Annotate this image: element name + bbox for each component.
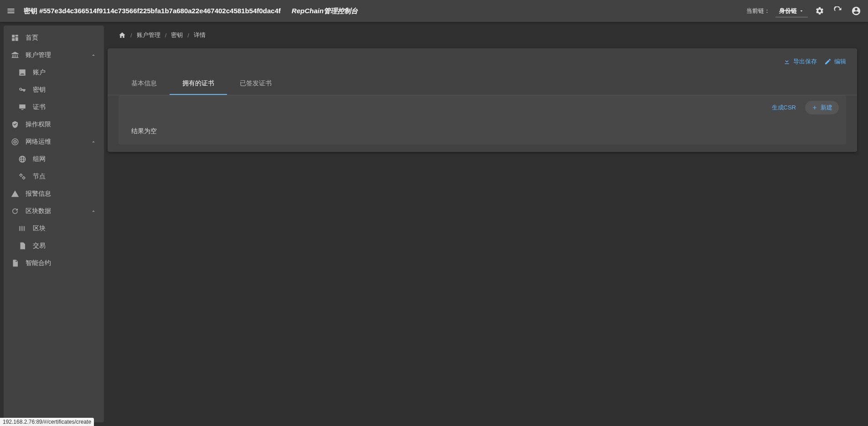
sidebar-item-node[interactable]: 节点 — [4, 168, 104, 185]
tab-owned-certs[interactable]: 拥有的证书 — [170, 73, 227, 95]
main-area: / 账户管理 / 密钥 / 详情 导出保存 编辑 基本信息 拥有的证书 — [104, 22, 868, 426]
sidebar-item-account-mgmt[interactable]: 账户管理 — [4, 47, 104, 64]
sidebar-item-label: 组网 — [33, 155, 97, 163]
edit-label: 编辑 — [834, 57, 846, 66]
pencil-icon — [824, 58, 832, 65]
sidebar-item-contract[interactable]: 智能合约 — [4, 255, 104, 272]
shield-icon — [11, 120, 19, 129]
chevron-down-icon — [799, 8, 804, 14]
sidebar-item-block-data[interactable]: 区块数据 — [4, 203, 104, 220]
menu-icon — [6, 6, 16, 16]
sidebar-item-label: 交易 — [33, 242, 97, 250]
sidebar-item-block[interactable]: 区块 — [4, 220, 104, 237]
chain-select[interactable]: 身份链 — [775, 5, 808, 17]
tab-issued-certs[interactable]: 已签发证书 — [227, 73, 284, 95]
inner-actions: 生成CSR 新建 — [119, 95, 846, 120]
breadcrumb-sep: / — [165, 32, 167, 39]
sidebar-item-op-perm[interactable]: 操作权限 — [4, 116, 104, 133]
sidebar-item-label: 区块数据 — [26, 207, 84, 215]
bank-icon — [11, 51, 19, 59]
document-icon — [11, 259, 19, 267]
settings-button[interactable] — [813, 5, 826, 17]
plus-icon — [811, 104, 818, 111]
chevron-up-icon — [90, 139, 97, 145]
breadcrumb-detail: 详情 — [194, 31, 206, 39]
menu-toggle-button[interactable] — [5, 5, 16, 16]
breadcrumb-sep: / — [187, 32, 189, 39]
chevron-up-icon — [90, 208, 97, 214]
svg-point-2 — [15, 141, 16, 142]
card-top-actions: 导出保存 编辑 — [108, 48, 857, 69]
monitor-icon — [18, 103, 26, 111]
chain-value: 身份链 — [779, 7, 797, 15]
sidebar-item-label: 证书 — [33, 103, 97, 111]
sidebar-item-net-ops[interactable]: 网络运维 — [4, 133, 104, 151]
generate-csr-button[interactable]: 生成CSR — [768, 101, 800, 114]
sidebar-item-cert[interactable]: 证书 — [4, 99, 104, 116]
download-icon — [783, 58, 790, 65]
status-bar-url: 192.168.2.76:89/#/certificates/create — [0, 418, 94, 426]
sidebar-item-tx[interactable]: 交易 — [4, 237, 104, 255]
sidebar-item-key[interactable]: 密钥 — [4, 81, 104, 99]
app-bar: 密钥 #557e3d4c366514f9114c73566f225bfa1b7a… — [0, 0, 868, 22]
detail-card: 导出保存 编辑 基本信息 拥有的证书 已签发证书 生成CSR 新建 — [108, 48, 857, 152]
sidebar-item-label: 密钥 — [33, 86, 97, 94]
key-icon — [18, 86, 26, 94]
sidebar-item-label: 账户管理 — [26, 51, 84, 59]
refresh-icon — [833, 6, 842, 16]
chevron-up-icon — [90, 52, 97, 58]
sidebar-item-home[interactable]: 首页 — [4, 29, 104, 47]
account-icon — [851, 6, 861, 16]
export-save-label: 导出保存 — [793, 57, 817, 66]
title-area: 密钥 #557e3d4c366514f9114c73566f225bfa1b7a… — [24, 7, 739, 16]
edit-button[interactable]: 编辑 — [824, 57, 846, 66]
sidebar-item-label: 操作权限 — [26, 120, 97, 129]
header-right: 当前链： 身份链 — [746, 5, 863, 17]
tab-basic-info[interactable]: 基本信息 — [119, 73, 170, 95]
home-icon — [119, 31, 126, 39]
sidebar-item-label: 网络运维 — [26, 138, 84, 146]
page-title: 密钥 #557e3d4c366514f9114c73566f225bfa1b7a… — [24, 7, 281, 16]
sidebar-item-alert[interactable]: 报警信息 — [4, 185, 104, 203]
dashboard-icon — [11, 34, 19, 42]
refresh-circle-icon — [11, 207, 19, 215]
sidebar-item-label: 报警信息 — [26, 190, 97, 198]
radar-icon — [11, 138, 19, 146]
new-button[interactable]: 新建 — [805, 101, 839, 114]
warning-icon — [11, 190, 19, 198]
brand-title: RepChain管理控制台 — [292, 7, 358, 16]
ethernet-icon — [18, 172, 26, 181]
cert-list-panel: 生成CSR 新建 结果为空 — [119, 95, 846, 145]
breadcrumb-key[interactable]: 密钥 — [171, 31, 183, 39]
export-save-button[interactable]: 导出保存 — [783, 57, 817, 66]
sidebar-item-account[interactable]: 账户 — [4, 64, 104, 81]
breadcrumb-account-mgmt[interactable]: 账户管理 — [137, 31, 160, 39]
sidebar-item-label: 节点 — [33, 172, 97, 181]
account-button[interactable] — [850, 5, 863, 17]
refresh-button[interactable] — [832, 5, 844, 17]
chain-label: 当前链： — [746, 7, 770, 15]
breadcrumb-sep: / — [130, 32, 132, 39]
file-icon — [18, 242, 26, 250]
gear-icon — [815, 6, 824, 16]
breadcrumb-home[interactable] — [119, 31, 126, 39]
barcode-icon — [18, 224, 26, 233]
sidebar-item-label: 智能合约 — [26, 259, 97, 267]
globe-icon — [18, 155, 26, 163]
sidebar-item-label: 区块 — [33, 224, 97, 233]
tabs: 基本信息 拥有的证书 已签发证书 — [108, 73, 857, 95]
sidebar-item-label: 账户 — [33, 68, 97, 77]
person-box-icon — [18, 68, 26, 77]
sidebar-item-networking[interactable]: 组网 — [4, 151, 104, 168]
sidebar: 首页 账户管理 账户 密钥 证书 操作权限 网络运维 — [4, 26, 104, 422]
empty-result-text: 结果为空 — [119, 120, 846, 145]
breadcrumb: / 账户管理 / 密钥 / 详情 — [108, 26, 857, 45]
new-label: 新建 — [821, 104, 832, 112]
sidebar-item-label: 首页 — [26, 34, 97, 42]
